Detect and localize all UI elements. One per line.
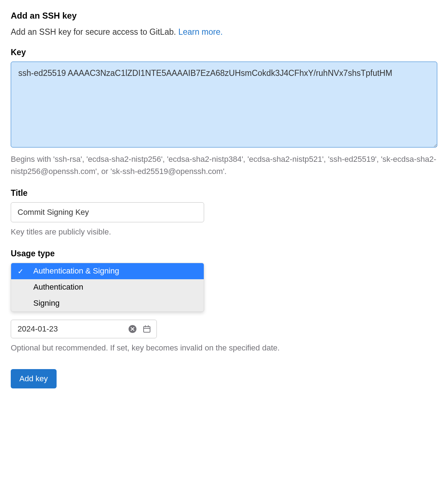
usage-option-authentication[interactable]: Authentication xyxy=(11,279,204,295)
key-help-text: Begins with 'ssh-rsa', 'ecdsa-sha2-nistp… xyxy=(11,153,437,178)
description-text: Add an SSH key for secure access to GitL… xyxy=(11,27,178,37)
usage-type-dropdown-list: ✓ Authentication & Signing Authenticatio… xyxy=(11,263,204,311)
check-icon: ✓ xyxy=(18,266,24,276)
learn-more-link[interactable]: Learn more. xyxy=(178,27,223,37)
usage-type-dropdown[interactable]: ✓ Authentication & Signing Authenticatio… xyxy=(11,263,204,311)
key-textarea[interactable]: ssh-ed25519 AAAAC3NzaC1lZDI1NTE5AAAAIB7E… xyxy=(11,62,437,147)
usage-option-label: Authentication xyxy=(33,282,83,291)
usage-type-label: Usage type xyxy=(11,249,437,258)
svg-rect-1 xyxy=(144,326,150,332)
key-label: Key xyxy=(11,48,437,57)
usage-option-label: Signing xyxy=(33,299,59,308)
expiration-help-text: Optional but recommended. If set, key be… xyxy=(11,342,437,354)
page-title: Add an SSH key xyxy=(11,11,437,21)
expiration-date-field[interactable] xyxy=(11,320,157,338)
add-key-button[interactable]: Add key xyxy=(11,369,57,388)
usage-option-auth-signing[interactable]: ✓ Authentication & Signing xyxy=(11,263,204,279)
title-input[interactable] xyxy=(11,202,204,222)
title-label: Title xyxy=(11,188,437,198)
title-help-text: Key titles are publicly visible. xyxy=(11,226,437,238)
usage-option-signing[interactable]: Signing xyxy=(11,295,204,311)
page-description: Add an SSH key for secure access to GitL… xyxy=(11,27,437,37)
calendar-icon[interactable] xyxy=(142,324,151,334)
usage-option-label: Authentication & Signing xyxy=(33,266,119,275)
expiration-date-input[interactable] xyxy=(18,324,128,334)
clear-icon[interactable] xyxy=(128,324,137,334)
